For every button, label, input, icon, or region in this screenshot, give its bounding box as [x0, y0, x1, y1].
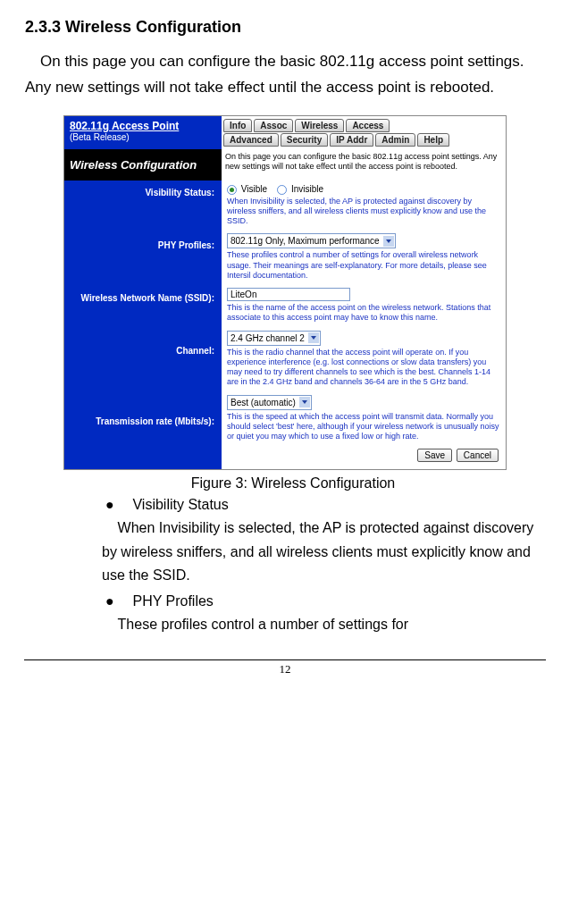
rate-select[interactable]: Best (automatic) [227, 395, 312, 410]
bullet-2-title: PHY Profiles [132, 593, 213, 609]
chevron-down-icon [308, 332, 319, 343]
tab-ipaddr[interactable]: IP Addr [330, 133, 373, 147]
label-channel: Channel: [176, 346, 214, 356]
visibility-radios: Visible Invisible [227, 184, 502, 195]
label-visibility: Visibility Status: [145, 188, 214, 197]
app-subtitle: (Beta Release) [70, 132, 216, 142]
page-number: 12 [0, 662, 570, 676]
channel-help: This is the radio channel that the acces… [227, 348, 502, 388]
panel-title: Wireless Configuration [64, 149, 222, 181]
section-heading: 2.3.3 Wireless Configuration [25, 18, 545, 37]
footer-rule [24, 659, 546, 660]
panel-description: On this page you can configure the basic… [222, 149, 506, 181]
bullet-2-body: These profiles control a number of setti… [102, 613, 536, 636]
tab-wireless[interactable]: Wireless [295, 119, 344, 132]
save-button[interactable]: Save [417, 449, 452, 462]
intro-paragraph: On this page you can configure the basic… [25, 49, 545, 101]
cancel-button[interactable]: Cancel [457, 449, 499, 462]
bullet-1-body: When Invisibility is selected, the AP is… [102, 517, 536, 587]
tab-bar: Info Assoc Wireless Access Advanced Secu… [222, 116, 506, 149]
radio-visible-label: Visible [241, 184, 267, 194]
label-ssid: Wireless Network Name (SSID): [81, 293, 214, 303]
bullet-icon: ● [102, 593, 129, 609]
chevron-down-icon [383, 236, 394, 247]
tab-admin[interactable]: Admin [375, 133, 415, 147]
label-rate: Transmission rate (Mbits/s): [96, 416, 214, 426]
channel-select-value: 2.4 GHz channel 2 [231, 333, 305, 343]
labels-column: Visibility Status: PHY Profiles: Wireles… [64, 181, 222, 470]
radio-invisible[interactable] [277, 185, 287, 195]
phy-help: These profiles control a number of setti… [227, 250, 502, 281]
chevron-down-icon [299, 397, 310, 407]
config-screenshot: 802.11g Access Point (Beta Release) Info… [63, 115, 507, 471]
document-page: 2.3.3 Wireless Configuration On this pag… [0, 0, 570, 645]
rate-select-value: Best (automatic) [231, 398, 296, 407]
visibility-help: When Invisibility is selected, the AP is… [227, 197, 502, 227]
tab-help[interactable]: Help [417, 133, 449, 147]
app-title: 802.11g Access Point [70, 120, 216, 132]
tab-info[interactable]: Info [223, 119, 252, 132]
tab-advanced[interactable]: Advanced [223, 133, 279, 147]
ssid-input[interactable]: LiteOn [227, 288, 350, 301]
radio-visible[interactable] [227, 185, 237, 195]
figure-caption: Figure 3: Wireless Configuration [114, 475, 472, 491]
tab-security[interactable]: Security [281, 133, 328, 147]
content-column: Visible Invisible When Invisibility is s… [222, 181, 506, 470]
rate-help: This is the speed at which the access po… [227, 412, 502, 442]
radio-invisible-label: Invisible [291, 184, 323, 194]
bullet-1-title: Visibility Status [132, 497, 228, 512]
label-phy: PHY Profiles: [158, 240, 214, 250]
bullet-list: ● Visibility Status When Invisibility is… [102, 497, 536, 636]
phy-select[interactable]: 802.11g Only, Maximum performance [227, 233, 396, 248]
ssid-help: This is the name of the access point on … [227, 303, 502, 323]
tab-assoc[interactable]: Assoc [254, 119, 293, 132]
phy-select-value: 802.11g Only, Maximum performance [231, 236, 380, 246]
bullet-icon: ● [102, 497, 129, 513]
tab-access[interactable]: Access [346, 119, 390, 132]
channel-select[interactable]: 2.4 GHz channel 2 [227, 331, 321, 346]
app-title-block: 802.11g Access Point (Beta Release) [64, 116, 222, 149]
